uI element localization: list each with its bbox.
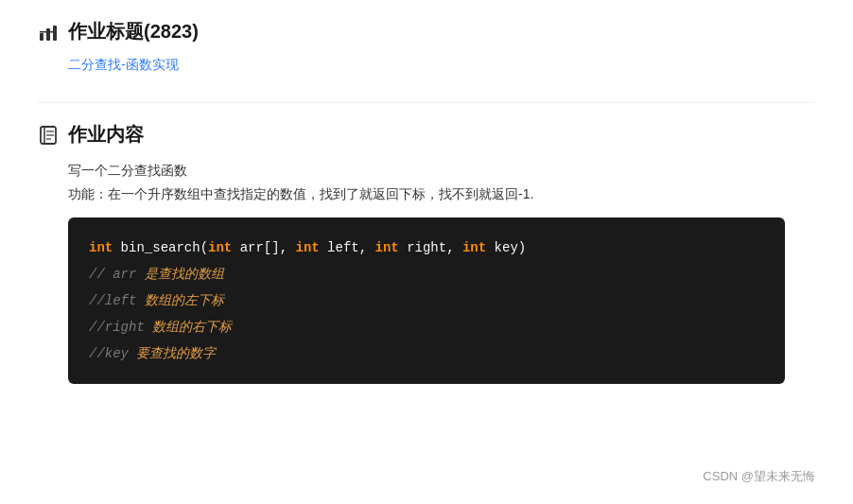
section2-title: 作业内容 (68, 122, 144, 148)
code-line-4: //right 数组的右下标 (89, 314, 764, 340)
code-line-3: //left 数组的左下标 (89, 287, 764, 314)
svg-rect-1 (46, 28, 50, 41)
svg-rect-2 (53, 26, 57, 41)
divider (38, 102, 815, 103)
keyword-int-4: int (375, 240, 399, 255)
keyword-int-5: int (462, 240, 486, 255)
comment-left-code: //left (89, 293, 145, 308)
code-line-2: // arr 是查找的数组 (89, 261, 764, 287)
homework-link[interactable]: 二分查找-函数实现 (68, 57, 179, 72)
param-key: key) (486, 240, 526, 255)
comment-right-text: 数组的右下标 (152, 320, 232, 335)
code-line-5: //key 要查找的数字 (89, 340, 764, 367)
comment-right-code: //right (89, 320, 152, 335)
section-title-block: 作业标题(2823) 二分查找-函数实现 (38, 19, 815, 74)
section-content-block: 作业内容 写一个二分查找函数 功能：在一个升序数组中查找指定的数值，找到了就返回… (38, 122, 815, 384)
desc-line1: 写一个二分查找函数 (68, 159, 815, 182)
desc-line2: 功能：在一个升序数组中查找指定的数值，找到了就返回下标，找不到就返回-1. (68, 182, 815, 206)
comment-left-text: 数组的左下标 (145, 293, 224, 308)
content-description: 写一个二分查找函数 功能：在一个升序数组中查找指定的数值，找到了就返回下标，找不… (68, 159, 815, 206)
footer-text: CSDN @望未来无悔 (703, 469, 815, 483)
svg-rect-0 (40, 33, 44, 41)
book-icon (38, 125, 59, 146)
svg-rect-3 (40, 31, 57, 33)
comment-arr-code: // arr (89, 267, 145, 282)
section2-header: 作业内容 (38, 122, 815, 148)
keyword-int-1: int (89, 240, 113, 255)
comment-key-code: //key (89, 346, 136, 361)
func-name: bin_search( (113, 240, 208, 255)
section1-title: 作业标题(2823) (68, 19, 199, 44)
keyword-int-2: int (208, 240, 232, 255)
code-block: int bin_search(int arr[], int left, int … (68, 217, 785, 384)
code-line-1: int bin_search(int arr[], int left, int … (89, 235, 764, 261)
param-right: right, (399, 240, 462, 255)
comment-arr-text: 是查找的数组 (145, 267, 224, 282)
homework-icon (38, 22, 59, 43)
section1-header: 作业标题(2823) (38, 19, 815, 44)
keyword-int-3: int (295, 240, 319, 255)
param-arr: arr[], (232, 240, 295, 255)
footer: CSDN @望未来无悔 (703, 468, 815, 485)
comment-key-text: 要查找的数字 (136, 346, 216, 361)
param-left: left, (320, 240, 375, 255)
